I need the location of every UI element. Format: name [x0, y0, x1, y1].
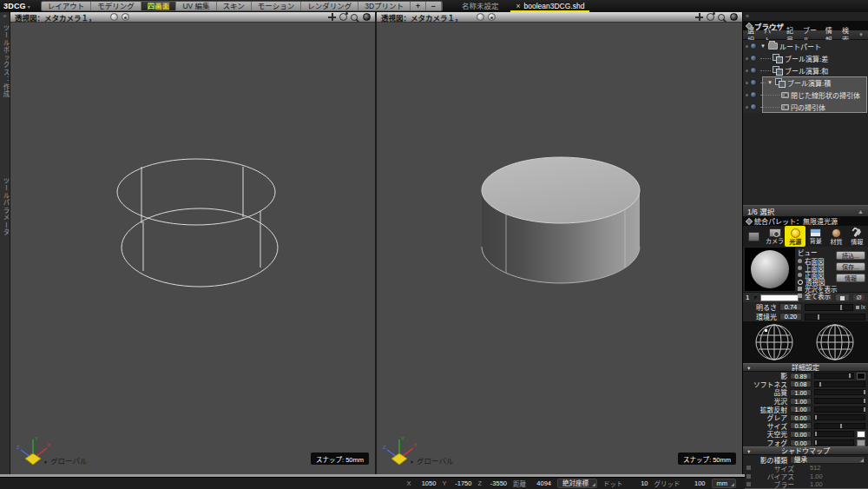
remove-workspace-button[interactable]: −	[426, 2, 442, 10]
document-tab-untitled[interactable]: 名称未設定	[453, 0, 508, 12]
pan-tool-icon[interactable]	[695, 13, 703, 21]
skylight-color-swatch[interactable]	[857, 431, 865, 438]
param-slider[interactable]	[814, 414, 865, 420]
document-tab-active[interactable]: ×boolean3DCG.shd	[507, 0, 593, 12]
expand-arrow-icon[interactable]: ▼	[767, 80, 773, 85]
tab-modeling[interactable]: モデリング	[91, 2, 141, 10]
orbit-tool-icon[interactable]	[339, 13, 347, 21]
y-value[interactable]: -1750	[452, 479, 471, 487]
dock-arrow-icon[interactable]: ▲	[858, 208, 864, 215]
unit-dropdown[interactable]: mm	[712, 479, 737, 488]
tree-item-label[interactable]: 閉じた線形状の掃引体	[791, 90, 860, 100]
param-value[interactable]: 1.00	[790, 398, 812, 405]
tab-quadview[interactable]: 四画面	[141, 2, 177, 10]
tree-row-root-part[interactable]: ▼ ルートパート	[743, 40, 868, 52]
param-value[interactable]: 1.00	[790, 389, 812, 396]
fog-color-swatch[interactable]	[857, 439, 865, 446]
radio-selected-icon[interactable]	[798, 280, 803, 285]
coordinate-mode-dropdown[interactable]: 絶対座標	[557, 479, 597, 488]
palette-tab-material[interactable]: 材質	[826, 226, 847, 247]
lux-checkbox[interactable]: lx	[856, 304, 865, 310]
visibility-toggle[interactable]	[750, 67, 757, 74]
zoom-tool-icon[interactable]	[718, 14, 725, 21]
distance-value[interactable]: 4094	[532, 479, 551, 487]
palette-tab-background[interactable]: 背景	[806, 226, 826, 247]
visibility-toggle[interactable]	[750, 91, 757, 98]
toolbox-collapsed-tab[interactable]: ツールボックス：作成	[1, 24, 10, 98]
camera-select-icon[interactable]	[488, 13, 496, 21]
param-slider[interactable]	[814, 431, 854, 437]
checkbox-icon[interactable]	[746, 482, 751, 486]
row-handle[interactable]	[746, 82, 748, 84]
filter-dropdown-icon[interactable]: ▼	[858, 32, 864, 37]
expand-rail-chevron-icon[interactable]: »	[0, 12, 10, 20]
param-slider[interactable]	[814, 398, 865, 404]
z-value[interactable]: -3550	[488, 479, 507, 487]
delete-light-button[interactable]: Ø	[852, 294, 865, 301]
light-index[interactable]: 1	[746, 294, 752, 301]
zoom-tool-icon[interactable]	[351, 14, 358, 21]
browser-empty-area[interactable]	[743, 113, 868, 205]
palette-tab-light[interactable]: 光源	[785, 226, 806, 247]
radio-icon[interactable]	[798, 273, 802, 277]
row-handle[interactable]	[746, 94, 748, 96]
viewport-title[interactable]: 透視図：メタカメラ１，	[15, 12, 96, 23]
tab-layout[interactable]: レイアウト	[42, 2, 92, 10]
toolparams-collapsed-tab[interactable]: ツールパラメータ	[1, 177, 10, 236]
checkbox-icon[interactable]	[798, 287, 802, 291]
tree-item-label[interactable]: ブール演算:差	[785, 54, 828, 63]
row-handle[interactable]	[746, 45, 748, 48]
param-value[interactable]: 0.89	[790, 373, 812, 380]
tree-row-boolean-intersection[interactable]: ▼ ブール演算:積	[743, 76, 868, 89]
coordinate-space-label[interactable]: グローバル	[417, 455, 453, 466]
dot-value[interactable]: 10	[629, 479, 648, 487]
param-value[interactable]: 0.08	[790, 380, 812, 387]
radio-icon[interactable]	[798, 266, 802, 270]
orbit-tool-icon[interactable]	[707, 13, 714, 21]
light-direction-globe[interactable]	[811, 323, 859, 361]
visibility-toggle[interactable]	[750, 103, 757, 110]
row-handle[interactable]	[746, 57, 748, 60]
shadow-type-dropdown[interactable]: 継承	[790, 456, 865, 464]
light-color-swatch[interactable]	[760, 294, 799, 301]
tab-rendering[interactable]: レンダリング	[301, 2, 358, 10]
shading-sphere-icon[interactable]	[730, 13, 738, 21]
viewport-canvas[interactable]: Y X Z ▼ グローバル スナップ: 50mm	[10, 23, 375, 474]
collapse-panel-chevron-icon[interactable]: »	[743, 12, 868, 21]
tab-skin[interactable]: スキン	[217, 2, 252, 10]
visibility-toggle[interactable]	[750, 55, 757, 62]
visibility-toggle[interactable]	[750, 79, 757, 86]
brightness-value[interactable]: 0.74	[779, 303, 802, 311]
shadowmap-header[interactable]: ▼ シャドウマップ	[743, 446, 868, 455]
tree-row-circle-sweep[interactable]: 円の掃引体	[743, 101, 868, 113]
viewport-title[interactable]: 透視図：メタカメラ１，	[381, 12, 463, 23]
palette-tab-camera[interactable]: カメラ	[765, 226, 786, 247]
grid-value[interactable]: 100	[687, 479, 706, 487]
tab-uv-edit[interactable]: UV 編集	[176, 2, 216, 10]
radio-icon[interactable]	[798, 259, 802, 263]
info-button[interactable]: 情報	[836, 274, 865, 282]
tree-row-closed-sweep[interactable]: 閉じた線形状の掃引体	[743, 89, 868, 101]
tree-item-label[interactable]: 円の掃引体	[791, 102, 825, 112]
tree-item-label[interactable]: ルートパート	[779, 42, 821, 51]
load-button[interactable]: 読込...	[836, 251, 865, 260]
checkbox-icon[interactable]	[856, 306, 859, 309]
expand-arrow-icon[interactable]: ▼	[760, 43, 766, 49]
camera-select-icon[interactable]	[122, 13, 129, 21]
pan-tool-icon[interactable]	[328, 13, 336, 21]
preview-viewport[interactable]	[745, 248, 795, 291]
save-button[interactable]: 保存...	[836, 262, 865, 271]
detail-settings-header[interactable]: ▼ 詳細設定	[743, 363, 868, 372]
coordinate-space-label[interactable]: グローバル	[50, 455, 87, 466]
brightness-slider[interactable]	[805, 304, 853, 311]
param-slider[interactable]	[814, 373, 854, 379]
param-slider[interactable]	[814, 389, 865, 395]
param-slider[interactable]	[814, 381, 865, 387]
checkbox-icon[interactable]	[798, 294, 802, 298]
x-value[interactable]: 1050	[417, 479, 436, 487]
viewport-canvas[interactable]: Y X Z ▼ グローバル スナップ: 50mm	[377, 23, 742, 474]
shadow-color-swatch[interactable]	[857, 373, 865, 380]
tab-motion[interactable]: モーション	[252, 2, 301, 10]
shading-sphere-icon[interactable]	[363, 13, 371, 21]
param-value[interactable]: 0.00	[790, 431, 812, 438]
